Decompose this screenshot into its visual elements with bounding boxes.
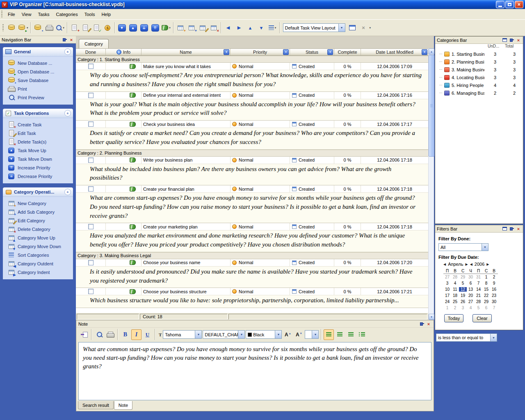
calendar-day[interactable]: 28 [451, 275, 459, 279]
font-name-select[interactable]: Tahoma▼ [163, 330, 202, 339]
filter-dropdown-icon[interactable]: ▼ [283, 49, 289, 55]
nav-item-decrease-priority[interactable]: ⇊Decrease Priority [4, 172, 72, 180]
category-tree-item[interactable]: 3. Making Business33 [435, 66, 523, 73]
increase-priority-button[interactable]: ⇈ [150, 22, 161, 34]
pin-icon[interactable] [419, 321, 425, 326]
nav-item-category-move-down[interactable]: ▼Category Move Down [4, 242, 72, 251]
calendar-day[interactable]: 5 [459, 281, 467, 285]
align-right-button[interactable] [346, 329, 356, 340]
nav-group-category-operations-header[interactable]: Category Operati... « [3, 187, 73, 197]
scroll-down-icon[interactable]: ▼ [429, 314, 434, 320]
task-row[interactable]: Create your financial plan Normal Create… [76, 185, 428, 223]
align-left-button[interactable] [324, 329, 334, 340]
chevron-up-icon[interactable]: « [64, 48, 71, 55]
calendar-day[interactable]: 10 [443, 287, 451, 292]
prev-month-icon[interactable]: ◀ [443, 262, 446, 266]
task-view-layout-select[interactable]: Default Task View Layout ▼ [283, 23, 345, 32]
nav-item-new-category[interactable]: +New Category [4, 199, 72, 208]
pin-icon[interactable] [62, 37, 67, 42]
menu-categories[interactable]: Categories [53, 10, 81, 18]
category-group-header[interactable]: Category : 1. Starting Business [76, 56, 428, 63]
calendar-day[interactable]: 17 [443, 293, 451, 298]
close-button[interactable]: × [515, 1, 523, 8]
next-month-icon[interactable]: ▶ [465, 262, 468, 266]
decrease-priority-button[interactable]: ⇊ [139, 22, 150, 34]
minimize-button[interactable] [496, 1, 504, 8]
close-icon[interactable]: × [516, 37, 521, 43]
task-row[interactable]: Make sure you know what it takes Normal … [76, 63, 428, 92]
nav-item-sort-categories[interactable]: Sort Categories [4, 251, 72, 259]
open-database-button[interactable]: ▸▾ [17, 22, 29, 34]
pin-icon[interactable] [509, 226, 514, 231]
note-print-preview-button[interactable] [94, 329, 104, 340]
calendar-day[interactable]: 21 [475, 293, 482, 298]
calendar-day[interactable]: 25 [451, 299, 459, 304]
tab-search-result[interactable]: Search result [78, 401, 114, 409]
window-icon[interactable] [502, 37, 507, 43]
font-color-select[interactable]: Black▼ [246, 330, 282, 339]
italic-button[interactable]: I [131, 329, 142, 340]
edit-task-button[interactable] [80, 22, 91, 34]
category-tree-item[interactable]: 5. Hiring People44 [435, 81, 523, 89]
calendar-day[interactable]: 20 [467, 293, 475, 298]
filter-dropdown-icon[interactable]: ▼ [224, 49, 229, 55]
category-tree-item[interactable]: 2. Planning Busine33 [435, 58, 523, 66]
calendar-day[interactable]: 26 [459, 299, 467, 304]
category-indent-button[interactable]: ▶ [234, 22, 245, 34]
nav-item-task-move-up[interactable]: ▲Task Move Up [4, 146, 72, 155]
category-move-down-button[interactable]: ▼ [256, 22, 267, 34]
filter-done-select[interactable]: All▼ [438, 243, 488, 251]
calendar-day[interactable]: 13 [467, 287, 475, 292]
nav-item-category-move-up[interactable]: ▲Category Move Up [4, 233, 72, 242]
done-checkbox[interactable] [88, 224, 94, 229]
chevron-up-icon[interactable]: « [64, 110, 71, 116]
calendar-day-selected[interactable]: 12 [459, 287, 467, 292]
sort-categories-button[interactable]: ▾ [267, 22, 278, 34]
category-tree-item[interactable]: 4. Locating Busine33 [435, 73, 523, 81]
task-row[interactable]: Define your internal and external intent… [76, 92, 428, 121]
calendar-day[interactable]: 2 [490, 275, 498, 279]
menu-view[interactable]: View [18, 10, 35, 18]
calendar-day[interactable]: 4 [451, 281, 459, 285]
nav-item-delete-task[interactable]: ×Delete Task(s) [4, 137, 72, 146]
align-center-button[interactable] [335, 329, 345, 340]
decrease-font-size-button[interactable]: A▼ [294, 329, 304, 340]
done-checkbox[interactable] [88, 186, 94, 192]
delete-layout-button[interactable]: × [358, 22, 369, 34]
task-row[interactable]: Create your marketing plan Normal Create… [76, 223, 428, 252]
calendar-day[interactable]: 6 [467, 281, 475, 285]
column-header-name[interactable]: Name▼ [142, 49, 231, 55]
tab-category[interactable]: Category [79, 39, 109, 48]
menu-tools[interactable]: Tools [81, 10, 98, 18]
next-year-icon[interactable]: ▶ [486, 262, 489, 266]
calendar-day[interactable]: 28 [475, 299, 482, 304]
calendar-day[interactable]: 9 [490, 281, 498, 285]
close-icon[interactable]: × [426, 321, 431, 326]
done-checkbox[interactable] [88, 158, 94, 163]
calendar-day[interactable]: 3 [459, 306, 467, 310]
font-size-select[interactable]: ▼ [305, 330, 319, 339]
category-outdent-button[interactable]: ◀ [223, 22, 234, 34]
due-date-condition-select[interactable]: is less than or equal to ▼ [436, 333, 497, 342]
task-row[interactable]: Choose your business name Normal Created… [76, 259, 428, 288]
clear-button[interactable]: Clear [472, 314, 492, 322]
complete-task-button[interactable]: ✓ [91, 22, 102, 34]
print-button[interactable] [43, 22, 55, 34]
nav-item-increase-priority[interactable]: ⇈Increase Priority [4, 163, 72, 172]
task-row[interactable]: Choose your business structure Normal Cr… [76, 288, 428, 308]
nav-item-delete-category[interactable]: ×Delete Category [4, 225, 72, 233]
calendar-day[interactable]: 1 [443, 306, 451, 310]
nav-item-edit-task[interactable]: Edit Task [4, 129, 72, 137]
category-group-header[interactable]: Category : 2. Planning Business [76, 150, 428, 157]
bold-button[interactable]: B [120, 329, 130, 340]
calendar-day[interactable]: 31 [475, 275, 482, 279]
bullet-list-button[interactable] [357, 329, 367, 340]
category-group-header[interactable]: Category : 3. Making Business Legal [76, 252, 428, 259]
nav-item-save-database[interactable]: ▪Save Database [4, 76, 72, 84]
calendar-day[interactable]: 15 [482, 287, 490, 292]
new-category-button[interactable]: + [175, 22, 186, 34]
save-layout-button[interactable] [347, 22, 358, 34]
menu-file[interactable]: File [5, 10, 18, 18]
new-database-button[interactable] [6, 22, 17, 34]
calendar-day[interactable]: 19 [459, 293, 467, 298]
